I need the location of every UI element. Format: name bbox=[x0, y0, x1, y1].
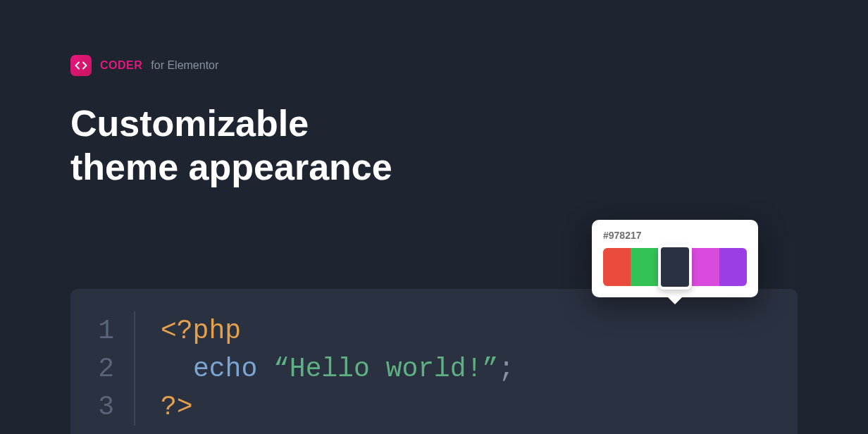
php-close-tag: ?> bbox=[161, 392, 193, 422]
swatch-red[interactable] bbox=[603, 248, 631, 286]
gutter-line bbox=[134, 349, 135, 388]
title-line-1: Customizable bbox=[70, 103, 309, 144]
line-number: 3 bbox=[70, 392, 134, 422]
page-title: Customizable theme appearance bbox=[0, 76, 868, 190]
code-line-3: 3 ?> bbox=[70, 388, 798, 426]
title-line-2: theme appearance bbox=[70, 147, 392, 187]
gutter-line bbox=[134, 311, 135, 349]
code-line-2: 2 echo “Hello world!”; bbox=[70, 349, 798, 388]
color-picker-popup: #978217 bbox=[592, 220, 758, 297]
brand-name: CODER bbox=[100, 59, 142, 72]
swatch-magenta[interactable] bbox=[692, 248, 719, 286]
code-content: <?php bbox=[161, 316, 241, 346]
code-line-1: 1 <?php bbox=[70, 311, 798, 349]
gutter-line bbox=[134, 388, 135, 426]
php-punct: ; bbox=[498, 354, 514, 384]
php-open-tag: <?php bbox=[161, 316, 241, 346]
php-string: “Hello world!” bbox=[273, 354, 498, 384]
swatch-dark-selected[interactable] bbox=[658, 244, 693, 290]
line-number: 1 bbox=[70, 316, 134, 346]
swatch-purple[interactable] bbox=[719, 248, 747, 286]
brand-suffix: for Elementor bbox=[151, 59, 218, 72]
php-keyword: echo bbox=[193, 354, 257, 384]
code-content: ?> bbox=[161, 392, 193, 422]
code-editor: 1 <?php 2 echo “Hello world!”; 3 ?> bbox=[70, 289, 798, 434]
code-content: echo “Hello world!”; bbox=[161, 354, 514, 384]
swatch-green[interactable] bbox=[631, 248, 658, 286]
color-swatches bbox=[603, 248, 747, 286]
line-number: 2 bbox=[70, 354, 134, 384]
popup-arrow-icon bbox=[666, 296, 683, 304]
color-hex-label: #978217 bbox=[603, 230, 747, 241]
code-icon bbox=[70, 55, 92, 76]
brand-header: CODER for Elementor bbox=[0, 0, 868, 76]
